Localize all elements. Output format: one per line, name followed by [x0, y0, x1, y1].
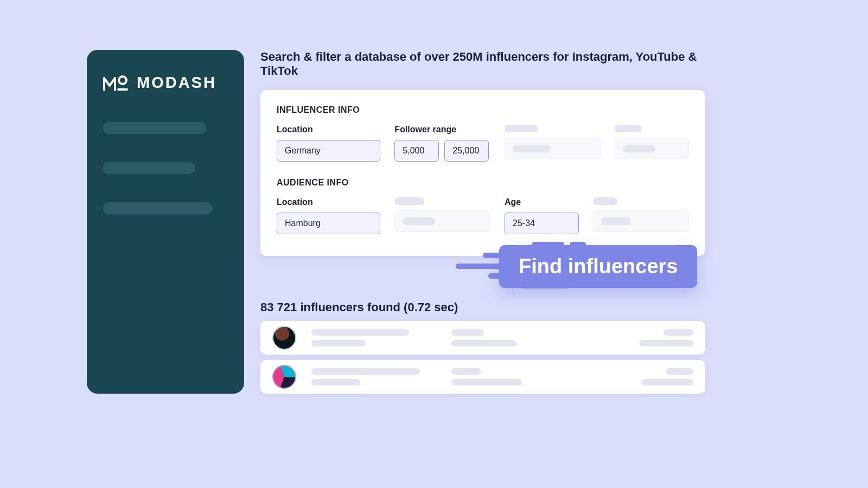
audience-age-label: Age	[505, 197, 579, 207]
placeholder-input[interactable]	[593, 210, 689, 232]
avatar	[272, 365, 296, 389]
page-headline: Search & filter a database of over 250M …	[260, 50, 705, 78]
brand-logo: MODASH	[103, 74, 228, 92]
follower-min-input[interactable]: 5,000	[394, 140, 439, 162]
main-content: Search & filter a database of over 250M …	[260, 50, 705, 256]
sidebar-item-placeholder[interactable]	[103, 202, 213, 214]
audience-section-label: AUDIENCE INFO	[277, 178, 689, 188]
follower-range-label: Follower range	[394, 125, 490, 134]
placeholder-input[interactable]	[394, 210, 490, 232]
avatar	[272, 326, 296, 350]
placeholder-label	[394, 197, 424, 205]
placeholder-label	[505, 125, 538, 132]
audience-location-label: Location	[277, 197, 380, 207]
follower-max-input[interactable]: 25,000	[444, 140, 489, 162]
placeholder-label	[615, 125, 642, 132]
svg-point-0	[119, 76, 126, 84]
sidebar-item-placeholder[interactable]	[103, 162, 195, 174]
find-influencers-button[interactable]: Find influencers	[499, 245, 697, 288]
influencer-location-input[interactable]: Germany	[277, 140, 380, 162]
brand-name: MODASH	[137, 74, 216, 92]
modash-mark-icon	[103, 75, 129, 91]
filter-card: INFLUENCER INFO Location Germany Followe…	[260, 90, 705, 256]
placeholder-label	[593, 197, 617, 205]
placeholder-input[interactable]	[615, 138, 689, 159]
results-count-heading: 83 721 influencers found (0.72 sec)	[260, 300, 458, 314]
audience-age-input[interactable]: 25-34	[505, 213, 579, 234]
audience-location-input[interactable]: Hamburg	[277, 213, 380, 234]
influencer-location-label: Location	[277, 125, 380, 134]
influencer-section-label: INFLUENCER INFO	[277, 105, 689, 115]
placeholder-input[interactable]	[505, 138, 601, 159]
sidebar-item-placeholder[interactable]	[103, 122, 206, 134]
result-row[interactable]	[260, 360, 705, 394]
sidebar: MODASH	[87, 50, 244, 394]
result-row[interactable]	[260, 321, 705, 355]
